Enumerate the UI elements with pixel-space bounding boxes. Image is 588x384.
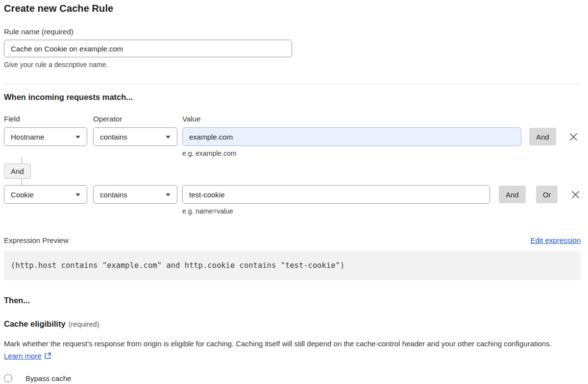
radio-button-icon[interactable] (4, 374, 12, 383)
radio-label-bypass: Bypass cache (25, 374, 71, 383)
operator-select-row1[interactable]: contains (93, 127, 177, 146)
operator-column-label: Operator (93, 115, 177, 123)
close-icon (571, 191, 580, 199)
operator-select-row1-value: contains (100, 133, 127, 141)
cache-eligibility-title: Cache eligibility (4, 319, 66, 328)
match-section-heading: When incoming requests match... (4, 93, 581, 102)
close-icon (569, 133, 578, 141)
required-note: (required) (69, 320, 99, 328)
rule-name-label: Rule name (required) (4, 27, 581, 36)
connector-line-bottom (22, 179, 22, 185)
condition-row-1: Hostname contains And (4, 127, 581, 146)
value-input-row2[interactable] (182, 185, 490, 204)
edit-expression-link[interactable]: Edit expression (530, 236, 581, 244)
field-select-row1-value: Hostname (11, 133, 44, 141)
condition-connector: And (4, 157, 581, 185)
field-select-row1[interactable]: Hostname (4, 127, 87, 146)
operator-select-row2[interactable]: contains (93, 185, 177, 204)
add-and-condition-button-row2[interactable]: And (499, 186, 526, 203)
rule-name-help: Give your rule a descriptive name. (4, 61, 581, 69)
expression-preview-box: (http.host contains "example.com" and ht… (4, 251, 581, 280)
chevron-down-icon (75, 193, 80, 196)
expression-preview-label: Expression Preview (4, 236, 69, 244)
external-link-icon (44, 352, 51, 360)
add-and-condition-button-row1[interactable]: And (529, 128, 556, 145)
cache-eligibility-heading: Cache eligibility(required) (4, 319, 581, 329)
connector-and-button[interactable]: And (4, 164, 31, 179)
chevron-down-icon (75, 136, 80, 139)
remove-condition-button-row2[interactable] (570, 190, 580, 199)
builder-column-labels: Field Operator Value (4, 115, 581, 123)
field-select-row2[interactable]: Cookie (4, 185, 87, 204)
page-title: Create new Cache Rule (4, 3, 581, 14)
section-divider (4, 84, 581, 84)
create-cache-rule-page: Create new Cache Rule Rule name (require… (0, 0, 588, 384)
cache-eligibility-description: Mark whether the request’s response from… (4, 337, 572, 362)
expression-code: (http.host contains "example.com" and ht… (11, 261, 344, 270)
condition-row-2: Cookie contains And Or (4, 185, 581, 204)
then-section-heading: Then... (4, 296, 581, 305)
value-hint-row2: e.g. name=value (182, 207, 581, 215)
expression-preview-header: Expression Preview Edit expression (4, 236, 581, 244)
value-input-row1[interactable] (182, 127, 521, 146)
radio-option-bypass-cache[interactable]: Bypass cache (4, 374, 581, 383)
remove-condition-button-row1[interactable] (569, 132, 579, 142)
cache-eligibility-description-text: Mark whether the request’s response from… (4, 339, 552, 348)
value-column-label: Value (182, 115, 200, 123)
value-hint-row1: e.g. example.com (182, 149, 581, 157)
chevron-down-icon (166, 136, 171, 139)
chevron-down-icon (166, 193, 171, 196)
connector-line-top (22, 157, 22, 164)
operator-select-row2-value: contains (100, 191, 127, 199)
add-or-condition-button-row2[interactable]: Or (536, 186, 558, 203)
field-column-label: Field (4, 115, 87, 123)
rule-name-input[interactable] (4, 40, 292, 57)
field-select-row2-value: Cookie (11, 191, 34, 199)
learn-more-link[interactable]: Learn more (4, 352, 42, 360)
